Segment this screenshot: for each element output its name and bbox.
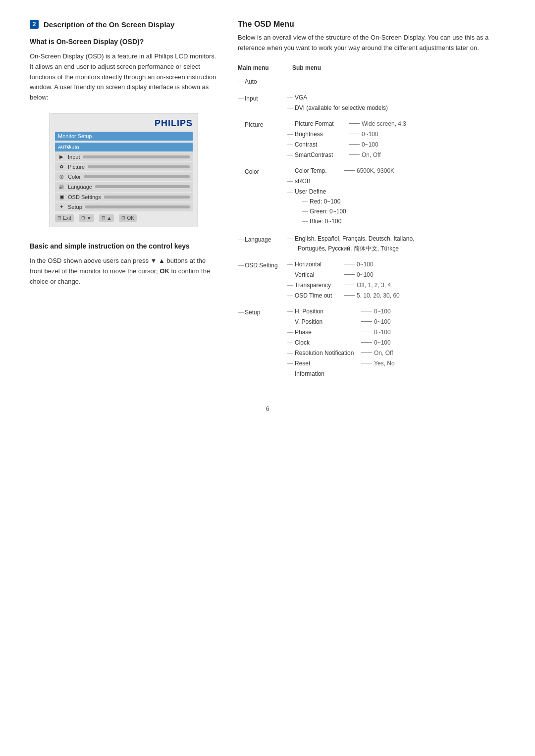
tree-row-picture: — Picture — Picture Format Wide screen, … bbox=[238, 119, 505, 159]
user-define-children: — Red: 0~100 — Green: 0~100 — Blue: 0~10… bbox=[302, 197, 346, 226]
dash-smartcontrast bbox=[349, 154, 360, 155]
ok-btn: ⊡ OK bbox=[119, 214, 136, 222]
basic-instruction-title: Basic and simple instruction on the cont… bbox=[30, 242, 218, 250]
osd-menu-setup: ✦ Setup bbox=[55, 202, 193, 211]
tree-row-color: — Color — Color Temp. 6500K, 9300K — sRG… bbox=[238, 166, 505, 227]
osd-menu-auto: AUTO Auto bbox=[55, 143, 193, 151]
osd-brand-header: PHILIPS bbox=[55, 118, 193, 129]
osd-menu-input: ▶ Input bbox=[55, 152, 193, 161]
up-btn: ⊡ ▲ bbox=[99, 214, 114, 222]
up-arrow-icon: ⊡ bbox=[102, 215, 106, 220]
dash-phase bbox=[361, 332, 372, 332]
osd-menu-language: 語 Language bbox=[55, 182, 193, 192]
osd-brand: PHILIPS bbox=[155, 118, 193, 128]
picture-bar bbox=[88, 165, 190, 168]
down-label: ▼ bbox=[87, 215, 92, 221]
dash-horizontal bbox=[344, 264, 355, 264]
exit-icon: ⊡ bbox=[57, 215, 61, 220]
sub-userdefine: — User Define — Red: 0~100 — Green: bbox=[287, 187, 505, 226]
osd-settings-label: OSD Settings bbox=[68, 194, 101, 200]
input-bar bbox=[83, 155, 190, 158]
sub-input: — VGA — DVI (available for selective mod… bbox=[287, 93, 505, 112]
language-icon: 語 bbox=[58, 184, 65, 190]
setup-bar bbox=[85, 205, 190, 208]
dash-contrast bbox=[349, 144, 360, 145]
main-color: — Color bbox=[238, 166, 282, 176]
sub-blue: — Blue: 0~100 bbox=[302, 217, 346, 226]
ok-label: OK bbox=[127, 215, 134, 221]
sub-menu-header: Sub menu bbox=[292, 63, 321, 72]
osd-menu-color: ◎ Color bbox=[55, 172, 193, 181]
dash-clock bbox=[361, 342, 372, 343]
osd-footer-buttons: ⊡ Exit ⊡ ▼ ⊡ ▲ ⊡ OK bbox=[55, 214, 193, 222]
color-bar bbox=[84, 175, 190, 178]
sub-language: — English, Español, Français, Deutsch, I… bbox=[287, 234, 505, 253]
ok-icon: ⊡ bbox=[121, 215, 125, 220]
color-icon: ◎ bbox=[58, 174, 65, 179]
sub-osd-setting: — Horizontal 0~100 — Vertical 0~100 — Tr… bbox=[287, 260, 505, 300]
down-btn: ⊡ ▼ bbox=[79, 214, 94, 222]
sub-horizontal: — Horizontal 0~100 bbox=[287, 260, 505, 269]
section-title: Description of the On Screen Display bbox=[44, 20, 174, 29]
main-auto: — Auto bbox=[238, 77, 282, 86]
basic-instruction-body: In the OSD shown above users can press ▼… bbox=[30, 256, 218, 287]
picture-icon: ✿ bbox=[58, 164, 65, 169]
sub-picture: — Picture Format Wide screen, 4:3 — Brig… bbox=[287, 119, 505, 159]
sub-input-vga: — VGA bbox=[287, 93, 505, 102]
main-menu-header: Main menu bbox=[238, 63, 282, 72]
main-picture: — Picture bbox=[238, 119, 282, 129]
tree-row-language: — Language — English, Español, Français,… bbox=[238, 234, 505, 253]
sub-phase: — Phase 0~100 bbox=[287, 328, 505, 337]
sub-green: — Green: 0~100 bbox=[302, 207, 346, 216]
tree-row-auto: — Auto bbox=[238, 77, 505, 86]
up-label: ▲ bbox=[107, 215, 112, 221]
input-label: Input bbox=[68, 154, 80, 160]
sub-lang-line2: — Português, Русский, 简体中文, Türkçe bbox=[287, 244, 505, 253]
auto-label: Auto bbox=[68, 144, 79, 150]
osd-menu-osd-settings: ▣ OSD Settings bbox=[55, 193, 193, 202]
input-icon: ▶ bbox=[58, 154, 65, 159]
auto-icon: AUTO bbox=[58, 145, 65, 150]
osd-menu-picture: ✿ Picture bbox=[55, 162, 193, 171]
dash-reset bbox=[361, 363, 372, 363]
dash-osd-timeout bbox=[344, 295, 355, 296]
language-bar bbox=[95, 185, 190, 188]
what-is-osd-body: On-Screen Display (OSD) is a feature in … bbox=[30, 51, 218, 103]
main-language: — Language bbox=[238, 234, 282, 244]
tree-row-input: — Input — VGA — DVI (available for selec… bbox=[238, 93, 505, 112]
setup-label: Setup bbox=[68, 204, 82, 210]
dash-resolution bbox=[361, 353, 372, 353]
osd-mock-ui: PHILIPS Monitor Setup AUTO Auto ▶ Input … bbox=[50, 113, 198, 227]
sub-information: — Information bbox=[287, 369, 505, 378]
sub-resolution-notification: — Resolution Notification On, Off bbox=[287, 349, 505, 357]
exit-btn: ⊡ Exit bbox=[55, 214, 74, 222]
sub-input-dvi: — DVI (available for selective models) bbox=[287, 103, 505, 112]
sub-srgb: — sRGB bbox=[287, 177, 505, 186]
section-number: 2 bbox=[30, 20, 39, 29]
sub-reset: — Reset Yes, No bbox=[287, 359, 505, 368]
dash-colortemp bbox=[344, 170, 355, 171]
sub-transparency: — Transparency Off, 1, 2, 3, 4 bbox=[287, 281, 505, 290]
sub-v-position: — V. Position 0~100 bbox=[287, 317, 505, 326]
dash-vertical bbox=[344, 274, 355, 275]
main-setup: — Setup bbox=[238, 307, 282, 317]
dash-pic-format bbox=[349, 123, 360, 124]
tree-row-osd-setting: — OSD Setting — Horizontal 0~100 — Verti… bbox=[238, 260, 505, 300]
osd-settings-bar bbox=[104, 196, 190, 199]
language-label: Language bbox=[68, 184, 92, 190]
dash-vpos bbox=[361, 321, 372, 322]
dash-transparency bbox=[344, 285, 355, 285]
picture-label: Picture bbox=[68, 164, 85, 170]
sub-pic-contrast: — Contrast 0~100 bbox=[287, 140, 505, 149]
sub-lang-line1: — English, Español, Français, Deutsch, I… bbox=[287, 234, 505, 243]
osd-menu-title: The OSD Menu bbox=[238, 20, 505, 29]
sub-pic-format: — Picture Format Wide screen, 4:3 bbox=[287, 119, 505, 128]
sub-red: — Red: 0~100 bbox=[302, 197, 346, 206]
sub-pic-smartcontrast: — SmartContrast On, Off bbox=[287, 151, 505, 159]
main-osd-setting: — OSD Setting bbox=[238, 260, 282, 270]
color-label: Color bbox=[68, 174, 81, 180]
sub-color-temp: — Color Temp. 6500K, 9300K bbox=[287, 166, 505, 175]
osd-settings-icon: ▣ bbox=[58, 194, 65, 200]
sub-clock: — Clock 0~100 bbox=[287, 338, 505, 347]
sub-h-position: — H. Position 0~100 bbox=[287, 307, 505, 316]
